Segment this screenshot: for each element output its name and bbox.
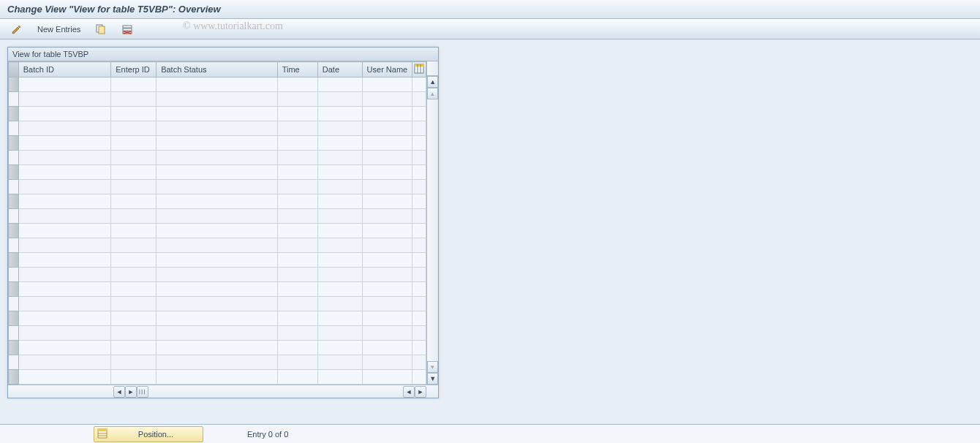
cell[interactable] — [18, 194, 111, 209]
cell[interactable] — [277, 297, 317, 311]
cell[interactable] — [111, 238, 157, 253]
scroll-left-button[interactable]: ◄ — [113, 386, 125, 398]
cell[interactable] — [111, 224, 157, 238]
column-header-time[interactable]: Time — [277, 62, 317, 77]
toggle-display-change-button[interactable] — [6, 21, 28, 37]
table-row[interactable] — [9, 92, 426, 107]
table-row[interactable] — [9, 297, 426, 311]
cell[interactable] — [362, 268, 412, 282]
cell[interactable] — [317, 355, 362, 370]
cell[interactable] — [111, 311, 157, 326]
cell[interactable] — [157, 92, 278, 107]
scroll-left-end-button[interactable]: ◄ — [403, 386, 415, 398]
cell[interactable] — [18, 107, 111, 121]
cell[interactable] — [18, 121, 111, 136]
cell[interactable] — [362, 238, 412, 253]
row-selector[interactable] — [9, 370, 19, 385]
table-row[interactable] — [9, 370, 426, 385]
table-row[interactable] — [9, 121, 426, 136]
scroll-right-button[interactable]: ► — [125, 386, 137, 398]
row-selector[interactable] — [9, 136, 19, 151]
cell[interactable] — [362, 209, 412, 224]
cell[interactable] — [18, 355, 111, 370]
cell[interactable] — [362, 311, 412, 326]
cell[interactable] — [277, 268, 317, 282]
scroll-right-end-button[interactable]: ► — [415, 386, 426, 398]
cell[interactable] — [317, 92, 362, 107]
cell[interactable] — [157, 121, 278, 136]
cell[interactable] — [111, 355, 157, 370]
cell[interactable] — [317, 326, 362, 341]
cell[interactable] — [277, 209, 317, 224]
cell[interactable] — [362, 355, 412, 370]
table-row[interactable] — [9, 151, 426, 165]
row-selector[interactable] — [9, 238, 19, 253]
cell[interactable] — [277, 92, 317, 107]
table-row[interactable] — [9, 77, 426, 92]
cell[interactable] — [362, 341, 412, 355]
cell[interactable] — [317, 370, 362, 385]
cell[interactable] — [277, 107, 317, 121]
column-header-batch-id[interactable]: Batch ID — [18, 62, 111, 77]
cell[interactable] — [111, 282, 157, 297]
table-row[interactable] — [9, 107, 426, 121]
cell[interactable] — [111, 77, 157, 92]
table-row[interactable] — [9, 253, 426, 268]
cell[interactable] — [277, 282, 317, 297]
row-selector[interactable] — [9, 224, 19, 238]
cell[interactable] — [111, 136, 157, 151]
cell[interactable] — [18, 224, 111, 238]
cell[interactable] — [277, 311, 317, 326]
cell[interactable] — [362, 370, 412, 385]
delete-button[interactable] — [116, 21, 138, 37]
row-selector[interactable] — [9, 151, 19, 165]
cell[interactable] — [111, 180, 157, 194]
cell[interactable] — [362, 107, 412, 121]
cell[interactable] — [317, 238, 362, 253]
table-row[interactable] — [9, 282, 426, 297]
cell[interactable] — [317, 194, 362, 209]
cell[interactable] — [317, 121, 362, 136]
vertical-scrollbar[interactable]: ▲ ▴ ▾ ▼ — [426, 61, 438, 385]
cell[interactable] — [111, 341, 157, 355]
cell[interactable] — [111, 107, 157, 121]
cell[interactable] — [18, 297, 111, 311]
cell[interactable] — [277, 370, 317, 385]
cell[interactable] — [157, 194, 278, 209]
cell[interactable] — [362, 121, 412, 136]
cell[interactable] — [157, 355, 278, 370]
cell[interactable] — [157, 282, 278, 297]
cell[interactable] — [111, 92, 157, 107]
cell[interactable] — [362, 77, 412, 92]
column-header-batch-status[interactable]: Batch Status — [157, 62, 278, 77]
cell[interactable] — [18, 282, 111, 297]
scroll-down-button[interactable]: ▼ — [427, 373, 438, 385]
cell[interactable] — [18, 341, 111, 355]
table-row[interactable] — [9, 238, 426, 253]
configure-columns-button[interactable] — [412, 62, 426, 77]
column-header-user-name[interactable]: User Name — [362, 62, 412, 77]
cell[interactable] — [317, 341, 362, 355]
cell[interactable] — [157, 297, 278, 311]
table-row[interactable] — [9, 268, 426, 282]
row-selector[interactable] — [9, 311, 19, 326]
cell[interactable] — [277, 180, 317, 194]
cell[interactable] — [362, 194, 412, 209]
cell[interactable] — [18, 326, 111, 341]
cell[interactable] — [362, 326, 412, 341]
cell[interactable] — [157, 370, 278, 385]
cell[interactable] — [317, 77, 362, 92]
copy-as-button[interactable] — [90, 21, 112, 37]
horizontal-scrollbar[interactable]: ◄ ► ◄ ► — [8, 385, 438, 398]
cell[interactable] — [157, 224, 278, 238]
cell[interactable] — [157, 180, 278, 194]
row-selector[interactable] — [9, 341, 19, 355]
cell[interactable] — [111, 268, 157, 282]
cell[interactable] — [362, 136, 412, 151]
cell[interactable] — [157, 326, 278, 341]
cell[interactable] — [317, 253, 362, 268]
table-row[interactable] — [9, 165, 426, 180]
column-width-button[interactable] — [137, 386, 148, 398]
cell[interactable] — [277, 224, 317, 238]
cell[interactable] — [277, 121, 317, 136]
